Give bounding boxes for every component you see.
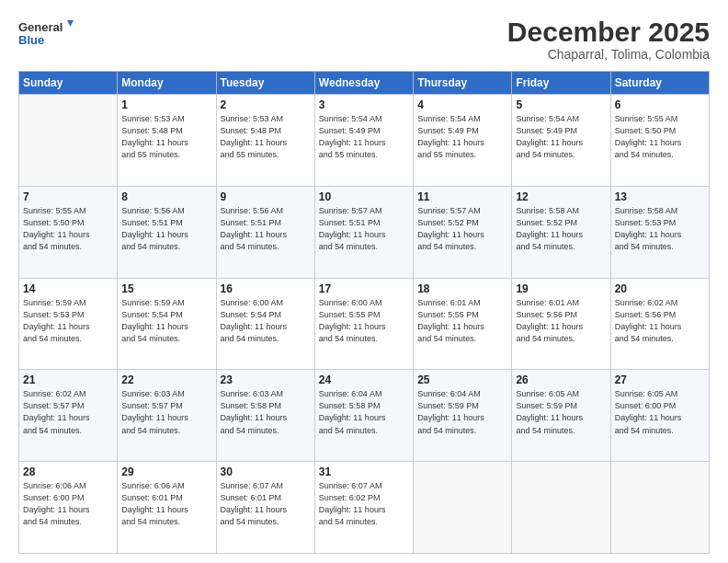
calendar-cell: 1Sunrise: 5:53 AM Sunset: 5:48 PM Daylig… (118, 95, 216, 187)
day-number: 1 (121, 98, 211, 111)
day-info: Sunrise: 5:53 AM Sunset: 5:48 PM Dayligh… (121, 113, 211, 161)
day-info: Sunrise: 6:00 AM Sunset: 5:54 PM Dayligh… (221, 297, 311, 345)
page-subtitle: Chaparral, Tolima, Colombia (507, 47, 710, 62)
calendar-cell: 25Sunrise: 6:04 AM Sunset: 5:59 PM Dayli… (414, 370, 512, 462)
day-number: 8 (121, 190, 211, 203)
day-number: 13 (615, 190, 705, 203)
day-info: Sunrise: 6:05 AM Sunset: 5:59 PM Dayligh… (516, 388, 606, 436)
day-info: Sunrise: 6:02 AM Sunset: 5:56 PM Dayligh… (615, 297, 705, 345)
calendar-cell: 15Sunrise: 5:59 AM Sunset: 5:54 PM Dayli… (118, 278, 216, 370)
calendar-header: SundayMondayTuesdayWednesdayThursdayFrid… (19, 72, 710, 95)
svg-marker-2 (67, 20, 74, 27)
day-info: Sunrise: 6:03 AM Sunset: 5:58 PM Dayligh… (221, 388, 311, 436)
page: General Blue December 2025 Chaparral, To… (0, 0, 728, 563)
day-info: Sunrise: 5:57 AM Sunset: 5:51 PM Dayligh… (319, 205, 409, 253)
day-info: Sunrise: 5:55 AM Sunset: 5:50 PM Dayligh… (615, 113, 705, 161)
calendar-cell: 28Sunrise: 6:06 AM Sunset: 6:00 PM Dayli… (19, 462, 118, 554)
day-number: 19 (516, 282, 606, 295)
calendar-cell: 7Sunrise: 5:55 AM Sunset: 5:50 PM Daylig… (19, 186, 118, 278)
day-number: 28 (23, 465, 113, 478)
day-info: Sunrise: 6:05 AM Sunset: 6:00 PM Dayligh… (615, 388, 705, 436)
column-header-monday: Monday (118, 72, 216, 95)
calendar-week-5: 28Sunrise: 6:06 AM Sunset: 6:00 PM Dayli… (19, 462, 710, 554)
calendar-cell: 11Sunrise: 5:57 AM Sunset: 5:52 PM Dayli… (414, 186, 512, 278)
day-number: 21 (23, 373, 113, 386)
calendar-cell: 6Sunrise: 5:55 AM Sunset: 5:50 PM Daylig… (610, 95, 709, 187)
day-info: Sunrise: 6:00 AM Sunset: 5:55 PM Dayligh… (319, 297, 409, 345)
day-info: Sunrise: 5:58 AM Sunset: 5:52 PM Dayligh… (516, 205, 606, 253)
day-number: 31 (319, 465, 409, 478)
column-header-wednesday: Wednesday (314, 72, 413, 95)
calendar-cell: 13Sunrise: 5:58 AM Sunset: 5:53 PM Dayli… (610, 186, 709, 278)
day-number: 10 (319, 190, 409, 203)
logo-svg: General Blue (18, 17, 74, 52)
calendar-cell: 26Sunrise: 6:05 AM Sunset: 5:59 PM Dayli… (512, 370, 610, 462)
calendar-cell: 23Sunrise: 6:03 AM Sunset: 5:58 PM Dayli… (216, 370, 314, 462)
day-info: Sunrise: 5:53 AM Sunset: 5:48 PM Dayligh… (221, 113, 311, 161)
title-block: December 2025 Chaparral, Tolima, Colombi… (507, 17, 710, 62)
day-info: Sunrise: 6:06 AM Sunset: 6:00 PM Dayligh… (23, 480, 113, 528)
day-number: 4 (417, 98, 507, 111)
calendar-week-4: 21Sunrise: 6:02 AM Sunset: 5:57 PM Dayli… (19, 370, 710, 462)
day-info: Sunrise: 5:56 AM Sunset: 5:51 PM Dayligh… (221, 205, 311, 253)
calendar-week-1: 1Sunrise: 5:53 AM Sunset: 5:48 PM Daylig… (19, 95, 710, 187)
day-number: 27 (615, 373, 705, 386)
day-number: 24 (319, 373, 409, 386)
day-number: 7 (23, 190, 113, 203)
day-info: Sunrise: 5:54 AM Sunset: 5:49 PM Dayligh… (516, 113, 606, 161)
column-header-thursday: Thursday (414, 72, 512, 95)
calendar-cell: 29Sunrise: 6:06 AM Sunset: 6:01 PM Dayli… (118, 462, 216, 554)
day-number: 9 (221, 190, 311, 203)
calendar-cell: 22Sunrise: 6:03 AM Sunset: 5:57 PM Dayli… (118, 370, 216, 462)
day-number: 25 (417, 373, 507, 386)
day-info: Sunrise: 5:54 AM Sunset: 5:49 PM Dayligh… (417, 113, 507, 161)
day-number: 14 (23, 282, 113, 295)
svg-text:Blue: Blue (18, 33, 44, 47)
calendar-cell: 2Sunrise: 5:53 AM Sunset: 5:48 PM Daylig… (216, 95, 314, 187)
calendar-cell: 9Sunrise: 5:56 AM Sunset: 5:51 PM Daylig… (216, 186, 314, 278)
day-number: 2 (221, 98, 311, 111)
day-number: 11 (417, 190, 507, 203)
calendar-cell: 5Sunrise: 5:54 AM Sunset: 5:49 PM Daylig… (512, 95, 610, 187)
day-number: 23 (221, 373, 311, 386)
day-number: 22 (121, 373, 211, 386)
calendar-cell (610, 462, 709, 554)
calendar-cell (512, 462, 610, 554)
day-info: Sunrise: 6:04 AM Sunset: 5:59 PM Dayligh… (417, 388, 507, 436)
svg-text:General: General (18, 20, 63, 34)
calendar-cell: 31Sunrise: 6:07 AM Sunset: 6:02 PM Dayli… (314, 462, 413, 554)
calendar-cell: 19Sunrise: 6:01 AM Sunset: 5:56 PM Dayli… (512, 278, 610, 370)
day-info: Sunrise: 5:54 AM Sunset: 5:49 PM Dayligh… (319, 113, 409, 161)
column-header-saturday: Saturday (610, 72, 709, 95)
day-info: Sunrise: 6:06 AM Sunset: 6:01 PM Dayligh… (121, 480, 211, 528)
day-number: 15 (121, 282, 211, 295)
day-number: 30 (221, 465, 311, 478)
day-number: 18 (417, 282, 507, 295)
calendar-cell: 3Sunrise: 5:54 AM Sunset: 5:49 PM Daylig… (314, 95, 413, 187)
day-number: 16 (221, 282, 311, 295)
calendar-cell: 30Sunrise: 6:07 AM Sunset: 6:01 PM Dayli… (216, 462, 314, 554)
day-info: Sunrise: 6:07 AM Sunset: 6:02 PM Dayligh… (319, 480, 409, 528)
calendar-cell: 20Sunrise: 6:02 AM Sunset: 5:56 PM Dayli… (610, 278, 709, 370)
calendar-cell: 4Sunrise: 5:54 AM Sunset: 5:49 PM Daylig… (414, 95, 512, 187)
calendar-cell: 16Sunrise: 6:00 AM Sunset: 5:54 PM Dayli… (216, 278, 314, 370)
calendar-table: SundayMondayTuesdayWednesdayThursdayFrid… (18, 71, 710, 554)
calendar-cell: 10Sunrise: 5:57 AM Sunset: 5:51 PM Dayli… (314, 186, 413, 278)
day-info: Sunrise: 6:04 AM Sunset: 5:58 PM Dayligh… (319, 388, 409, 436)
calendar-cell: 27Sunrise: 6:05 AM Sunset: 6:00 PM Dayli… (610, 370, 709, 462)
calendar-week-2: 7Sunrise: 5:55 AM Sunset: 5:50 PM Daylig… (19, 186, 710, 278)
day-info: Sunrise: 6:07 AM Sunset: 6:01 PM Dayligh… (221, 480, 311, 528)
column-header-sunday: Sunday (19, 72, 118, 95)
day-info: Sunrise: 5:55 AM Sunset: 5:50 PM Dayligh… (23, 205, 113, 253)
calendar-cell: 8Sunrise: 5:56 AM Sunset: 5:51 PM Daylig… (118, 186, 216, 278)
calendar-cell (19, 95, 118, 187)
day-info: Sunrise: 5:59 AM Sunset: 5:53 PM Dayligh… (23, 297, 113, 345)
day-info: Sunrise: 6:01 AM Sunset: 5:55 PM Dayligh… (417, 297, 507, 345)
day-number: 29 (121, 465, 211, 478)
column-header-tuesday: Tuesday (216, 72, 314, 95)
calendar-cell: 18Sunrise: 6:01 AM Sunset: 5:55 PM Dayli… (414, 278, 512, 370)
calendar-cell: 14Sunrise: 5:59 AM Sunset: 5:53 PM Dayli… (19, 278, 118, 370)
header: General Blue December 2025 Chaparral, To… (18, 17, 710, 62)
day-number: 20 (615, 282, 705, 295)
page-title: December 2025 (507, 17, 710, 47)
